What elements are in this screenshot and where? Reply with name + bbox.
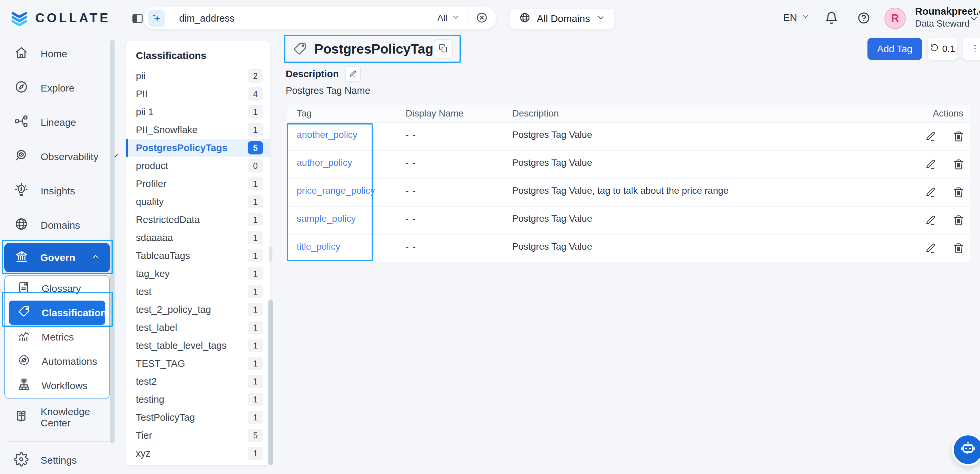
sidebar-collapse-button[interactable] — [130, 12, 145, 26]
classification-list-item[interactable]: pii 1 1 — [126, 103, 270, 121]
sidebar-item[interactable]: Explore — [0, 71, 115, 105]
help-button[interactable] — [856, 11, 871, 25]
submenu-item-icon — [17, 329, 31, 345]
tag-link[interactable]: price_range_policy — [297, 185, 375, 196]
sidebar-item-govern[interactable]: Govern — [4, 243, 110, 272]
user-avatar[interactable]: R — [885, 8, 906, 29]
classification-list-item[interactable]: TableauTags 1 — [126, 247, 270, 265]
copy-name-button[interactable] — [434, 39, 453, 59]
govern-submenu-item[interactable]: Metrics — [5, 325, 109, 349]
edit-tag-button[interactable] — [925, 215, 937, 226]
sidebar-item[interactable]: Home — [0, 37, 115, 71]
edit-tag-button[interactable] — [925, 130, 937, 142]
submenu-item-icon — [17, 353, 31, 369]
sidebar-item[interactable]: Lineage — [0, 105, 115, 140]
classification-label: TableauTags — [136, 250, 190, 261]
app-logo[interactable]: COLLATE — [10, 8, 111, 28]
sidebar-item[interactable]: Observability — [0, 140, 115, 174]
display-name-cell: - - — [396, 123, 503, 150]
display-name-cell: - - — [396, 179, 503, 206]
govern-submenu-item[interactable]: Glossary — [5, 276, 109, 301]
classifications-scrollbar[interactable] — [268, 300, 273, 465]
sidebar-item-knowledge-center[interactable]: Knowledge Center — [0, 404, 115, 431]
classification-list-item[interactable]: xyz 1 — [126, 444, 270, 462]
classification-list-item[interactable]: pii 2 — [126, 67, 270, 85]
tag-link[interactable]: title_policy — [297, 241, 340, 252]
govern-submenu-item[interactable]: Automations — [5, 349, 109, 374]
edit-tag-button[interactable] — [925, 158, 937, 170]
classification-list-item[interactable]: test_2_policy_tag 1 — [126, 301, 270, 318]
classification-label: xyz — [136, 448, 151, 459]
classification-list-item[interactable]: PII 4 — [126, 85, 270, 103]
help-icon — [857, 11, 871, 26]
classification-list-item[interactable]: test 1 — [126, 283, 270, 301]
version-button[interactable]: 0.1 — [928, 38, 957, 60]
classification-list-item[interactable]: Profiler 1 — [126, 175, 270, 193]
description-cell: Postgres Tag Value — [503, 151, 890, 178]
column-header-description: Description — [503, 108, 890, 119]
sidebar-item[interactable]: Domains — [0, 208, 115, 242]
language-selector[interactable]: EN — [783, 12, 810, 23]
sidebar-item-icon — [14, 45, 29, 62]
sidebar-item-label: Observability — [41, 151, 98, 162]
sidebar-nav: Home Explore Lineage Observability I — [0, 37, 115, 242]
classification-count-badge: 1 — [248, 393, 263, 406]
classification-list-item[interactable]: quality 1 — [126, 193, 270, 211]
classification-list-item[interactable]: TEST_TAG 1 — [126, 355, 270, 372]
more-actions-button[interactable] — [963, 38, 980, 60]
classification-list-item[interactable]: PostgresPolicyTags 5 — [126, 139, 270, 157]
delete-tag-button[interactable] — [953, 242, 965, 254]
classification-list-item[interactable]: PII_Snowflake 1 — [126, 121, 270, 139]
classification-count-badge: 1 — [248, 303, 263, 316]
edit-tag-button[interactable] — [925, 186, 937, 199]
domains-filter-dropdown[interactable]: All Domains — [510, 9, 614, 29]
classification-list-item[interactable]: RestrictedData 1 — [126, 211, 270, 229]
column-header-display-name: Display Name — [396, 108, 503, 119]
sidebar-divider — [7, 441, 109, 442]
search-input[interactable] — [179, 13, 406, 24]
sidebar-item-settings[interactable]: Settings — [0, 447, 115, 474]
chat-assistant-button[interactable] — [954, 435, 980, 464]
submenu-item-label: Classification — [41, 307, 107, 318]
delete-tag-button[interactable] — [953, 130, 965, 142]
classification-list-item[interactable]: test_label 1 — [126, 318, 270, 337]
sidebar-item-icon — [14, 217, 29, 234]
delete-tag-button[interactable] — [953, 158, 965, 170]
delete-tag-button[interactable] — [953, 215, 965, 226]
chevron-down-icon — [969, 14, 978, 25]
tags-table: Tag Display Name Description Actions ano… — [287, 105, 970, 262]
tag-link[interactable]: another_policy — [297, 129, 357, 140]
edit-description-button[interactable] — [345, 66, 361, 82]
classification-label: test_2_policy_tag — [136, 304, 211, 315]
classification-list-item[interactable]: test_table_level_tags 1 — [126, 337, 270, 355]
classification-list-item[interactable]: test2 1 — [126, 372, 270, 390]
classification-label: Tier — [136, 430, 152, 441]
classification-list-item[interactable]: Tier 5 — [126, 426, 270, 444]
user-menu-chevron[interactable] — [969, 14, 979, 24]
govern-submenu-item[interactable]: Workflows — [5, 374, 109, 398]
tag-link[interactable]: sample_policy — [297, 213, 356, 224]
edit-tag-button[interactable] — [925, 242, 937, 254]
classification-list-item[interactable]: testing 1 — [126, 390, 270, 409]
classification-count-badge: 1 — [248, 195, 263, 208]
global-search-bar[interactable]: All — [144, 7, 496, 29]
notifications-button[interactable] — [824, 11, 839, 25]
submenu-item-label: Metrics — [41, 332, 74, 343]
chevron-down-icon — [452, 13, 460, 24]
classification-list-item[interactable]: sdaaaaa 1 — [126, 229, 270, 247]
classification-list-item[interactable]: product 0 — [126, 157, 270, 175]
add-tag-button[interactable]: Add Tag — [867, 38, 922, 60]
delete-tag-button[interactable] — [953, 186, 965, 199]
classification-list-item[interactable]: tag_key 1 — [126, 265, 270, 283]
clear-search-button[interactable] — [476, 11, 488, 25]
sidebar-item[interactable]: Insights — [0, 174, 115, 208]
knowledge-center-icon — [14, 409, 29, 426]
classifications-panel: Classifications pii 2 PII 4 pii 1 1 PII_… — [126, 41, 270, 465]
ai-search-button[interactable] — [148, 10, 165, 27]
sidebar-scrollbar[interactable] — [110, 40, 115, 444]
submenu-item-label: Glossary — [41, 283, 81, 294]
govern-submenu-item[interactable]: Classification — [9, 301, 105, 325]
search-scope-dropdown[interactable]: All — [437, 13, 460, 24]
classification-list-item[interactable]: TestPolicyTag 1 — [126, 409, 270, 426]
tag-link[interactable]: author_policy — [297, 157, 352, 168]
